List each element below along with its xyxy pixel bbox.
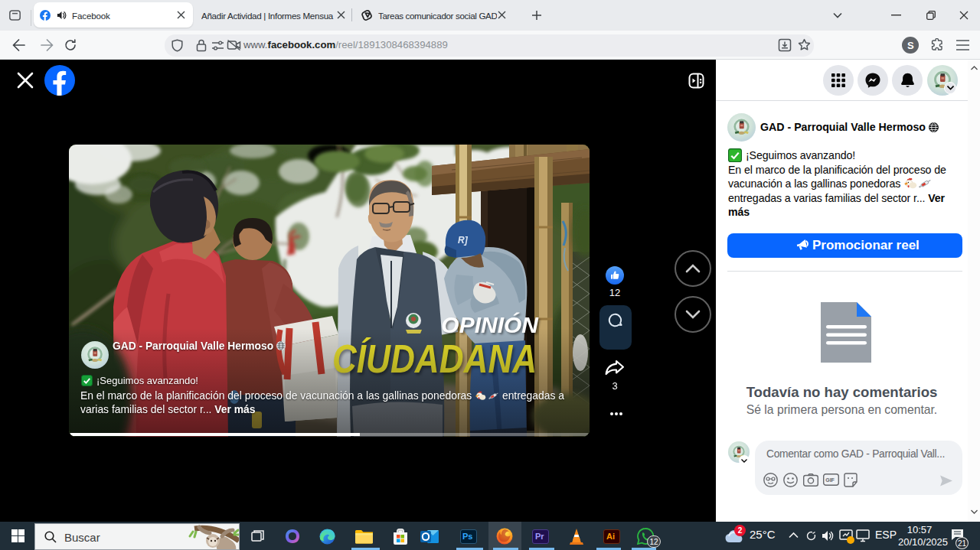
svg-text:GIF: GIF [825, 477, 835, 483]
svg-text:R]: R] [458, 235, 469, 246]
